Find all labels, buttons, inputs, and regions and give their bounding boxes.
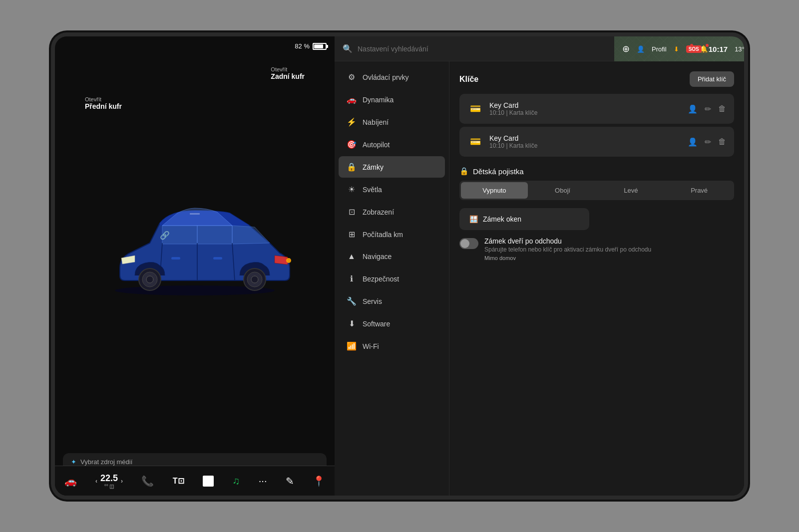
- key-card-1-edit-icon[interactable]: ✏: [705, 104, 711, 114]
- auto-lock-row: Zámek dveří po odchodu Spárujte telefon …: [459, 237, 734, 261]
- svg-rect-13: [213, 257, 222, 260]
- add-key-button[interactable]: Přidat klíč: [690, 71, 734, 87]
- nav-item-svetla[interactable]: ☀ Světla: [339, 179, 445, 200]
- toggle-leve[interactable]: Levé: [598, 182, 665, 199]
- more-icon: ···: [259, 475, 267, 487]
- dynamika-icon: 🚗: [347, 95, 357, 104]
- taskbar-phone[interactable]: 📞: [141, 475, 154, 487]
- key-card-2-person-icon[interactable]: 👤: [688, 137, 698, 147]
- zobrazeni-icon: ⊡: [347, 207, 357, 217]
- key-card-1-delete-icon[interactable]: 🗑: [718, 104, 726, 114]
- nav-item-autopilot[interactable]: 🎯 Autopilot: [339, 134, 445, 155]
- temp-control: ‹ 22.5 °° ◫ ›: [95, 473, 123, 489]
- taskbar-car[interactable]: 🚗: [64, 475, 77, 487]
- key-card-2-actions: 👤 ✏ 🗑: [688, 137, 726, 147]
- svetla-icon: ☀: [347, 185, 357, 194]
- search-input[interactable]: [358, 45, 649, 53]
- taskbar-square[interactable]: [203, 476, 214, 487]
- taskbar-t[interactable]: T⊡: [173, 476, 184, 486]
- time-display: 10:17: [709, 45, 728, 53]
- key-card-1-sub: 10:10 | Karta klíče: [489, 109, 682, 116]
- child-lock-header: 🔒 Dětská pojistka: [459, 167, 734, 176]
- spotify-icon: ♫: [232, 475, 240, 487]
- temp-up-arrow[interactable]: ›: [121, 478, 123, 485]
- nav-item-pocitadla-km[interactable]: ⊞ Počítadla km: [339, 224, 445, 245]
- key-card-2-edit-icon[interactable]: ✏: [705, 137, 711, 147]
- nav-item-ovladaci-prvky[interactable]: ⚙ Ovládací prvky: [339, 66, 445, 88]
- navigace-icon: ▲: [347, 252, 357, 261]
- nav-item-wifi[interactable]: 📶 Wi-Fi: [339, 335, 445, 357]
- nav-label-pocitadla-km: Počítadla km: [363, 231, 403, 239]
- toggle-prave[interactable]: Pravé: [666, 182, 733, 199]
- auto-lock-toggle[interactable]: [459, 238, 478, 249]
- nav-label-servis: Servis: [363, 297, 382, 305]
- rear-trunk-label[interactable]: Otevřít Zadní kufr: [271, 66, 305, 80]
- taskbar-pin[interactable]: 📍: [313, 475, 325, 487]
- nav-label-svetla: Světla: [363, 186, 382, 194]
- window-lock-label: Zámek oken: [483, 215, 521, 223]
- sos-badge[interactable]: SOS: [686, 45, 702, 53]
- toggle-oboji[interactable]: Obojí: [529, 182, 596, 199]
- autopilot-icon: 🎯: [347, 140, 357, 149]
- battery-icon: [313, 43, 327, 50]
- svg-point-6: [146, 276, 153, 283]
- taskbar-pen[interactable]: ✎: [286, 475, 294, 487]
- child-lock-section: 🔒 Dětská pojistka Vypnuto Obojí Levé Pra…: [459, 167, 734, 200]
- nav-item-navigace[interactable]: ▲ Navigace: [339, 246, 445, 267]
- taskbar-spotify[interactable]: ♫: [232, 475, 240, 487]
- key-card-1-actions: 👤 ✏ 🗑: [688, 104, 726, 114]
- top-bar-map: ⊕ 👤 Profil ⬇ SOS 10:17 13°C: [614, 36, 744, 61]
- pin-icon: 📍: [313, 475, 325, 487]
- nav-item-zobrazeni[interactable]: ⊡ Zobrazení: [339, 201, 445, 223]
- nav-label-navigace: Navigace: [363, 253, 392, 261]
- car-area: Otevřít Přední kufr Otevřít Zadní kufr: [55, 36, 335, 449]
- taskbar-more[interactable]: ···: [259, 475, 267, 487]
- bezpecnost-icon: ℹ: [347, 274, 357, 283]
- nav-label-ovladaci-prvky: Ovládací prvky: [363, 73, 409, 81]
- child-lock-title: Dětská pojistka: [473, 167, 524, 176]
- nav-label-bezpecnost: Bezpečnost: [363, 275, 399, 283]
- child-lock-toggle-group: Vypnuto Obojí Levé Pravé: [459, 181, 734, 200]
- battery-bar: 82 %: [295, 42, 327, 50]
- nav-label-dynamika: Dynamika: [363, 96, 394, 104]
- pocitadla-icon: ⊞: [347, 230, 357, 239]
- right-panel: ⊕ 👤 Profil ⬇ SOS 10:17 13°C 🔍 👤 Profil ⬇…: [335, 36, 744, 496]
- svg-point-11: [286, 258, 291, 263]
- temp-down-arrow[interactable]: ‹: [95, 478, 97, 485]
- nav-item-software[interactable]: ⬇ Software: [339, 313, 445, 334]
- svg-rect-10: [190, 213, 200, 215]
- key-card-2-name: Key Card: [489, 134, 682, 142]
- svg-text:🔗: 🔗: [160, 231, 170, 240]
- servis-icon: 🔧: [347, 296, 357, 306]
- profile-label-top[interactable]: Profil: [652, 45, 667, 53]
- auto-lock-tag: Mimo domov: [484, 255, 651, 261]
- front-trunk-label[interactable]: Otevřít Přední kufr: [85, 96, 122, 110]
- temperature-display-top: 13°C: [735, 45, 744, 53]
- nav-item-dynamika[interactable]: 🚗 Dynamika: [339, 89, 445, 110]
- square-icon: [203, 476, 214, 487]
- top-bar-items: ⊕ 👤 Profil ⬇ SOS 10:17 13°C: [622, 43, 744, 54]
- key-card-1-icon: 💳: [467, 101, 483, 117]
- car-illustration-container: 🔗: [80, 173, 310, 313]
- toggle-vypnuto[interactable]: Vypnuto: [461, 182, 528, 199]
- nav-item-nabijeni[interactable]: ⚡ Nabíjení: [339, 111, 445, 133]
- t-icon: T⊡: [173, 476, 184, 486]
- search-icon: 🔍: [343, 44, 353, 53]
- media-source: ✦ Vybrat zdroj médií: [71, 458, 319, 466]
- window-lock-button[interactable]: 🪟 Zámek oken: [459, 208, 589, 230]
- key-card-2-delete-icon[interactable]: 🗑: [718, 137, 726, 147]
- key-card-2-icon: 💳: [467, 134, 483, 150]
- svg-point-9: [251, 276, 258, 283]
- key-card-1-person-icon[interactable]: 👤: [688, 104, 698, 114]
- keys-section-header: Klíče Přidat klíč: [459, 71, 734, 87]
- window-lock-icon: 🪟: [469, 215, 478, 223]
- ovladaci-prvky-icon: ⚙: [347, 72, 357, 82]
- software-icon: ⬇: [347, 319, 357, 328]
- nav-item-bezpecnost[interactable]: ℹ Bezpečnost: [339, 268, 445, 289]
- settings-nav: ⚙ Ovládací prvky 🚗 Dynamika ⚡ Nabíjení 🎯…: [335, 61, 449, 496]
- settings-main: ⚙ Ovládací prvky 🚗 Dynamika ⚡ Nabíjení 🎯…: [335, 61, 744, 496]
- key-card-1: 💳 Key Card 10:10 | Karta klíče 👤 ✏ 🗑: [459, 94, 734, 124]
- nav-icon: ⊕: [622, 43, 630, 54]
- nav-item-servis[interactable]: 🔧 Servis: [339, 290, 445, 312]
- nav-item-zamky[interactable]: 🔒 Zámky: [339, 156, 445, 178]
